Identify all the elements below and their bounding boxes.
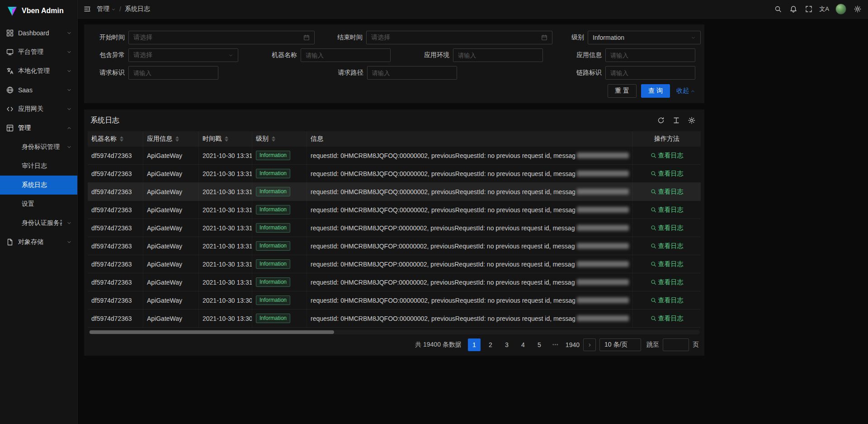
refresh-icon[interactable] — [657, 117, 665, 124]
fullscreen-icon[interactable] — [801, 0, 816, 18]
page-button-3[interactable]: 3 — [500, 338, 513, 351]
file-icon — [6, 238, 14, 246]
sidebar-item-identity-server[interactable]: 身份认证服务器 — [0, 214, 77, 233]
view-log-link[interactable]: 查看日志 — [651, 314, 684, 323]
row-height-icon[interactable] — [673, 117, 680, 124]
translate-doc-icon — [6, 67, 14, 75]
magnifier-icon — [651, 189, 656, 195]
sidebar-item-label: 设置 — [22, 200, 72, 208]
end-time-field: 结束时间 请选择 — [331, 31, 552, 44]
menu-fold-icon[interactable] — [78, 0, 97, 18]
breadcrumb-item-system-logs: 系统日志 — [125, 5, 150, 13]
app-info-input[interactable] — [605, 48, 695, 62]
column-header-level[interactable]: 级别 — [252, 131, 307, 147]
notification-bell-icon[interactable] — [786, 0, 801, 18]
page-ellipsis[interactable]: ••• — [549, 338, 562, 351]
column-header-app-info[interactable]: 应用信息 — [143, 131, 199, 147]
view-log-link[interactable]: 查看日志 — [651, 278, 684, 286]
view-log-link[interactable]: 查看日志 — [651, 242, 684, 250]
search-icon[interactable] — [770, 0, 786, 18]
include-exception-select[interactable]: 请选择 — [128, 48, 238, 62]
request-path-input[interactable] — [367, 66, 457, 80]
table-row[interactable]: df5974d72363 ApiGateWay 2021-10-30 13:31… — [88, 201, 701, 219]
column-settings-icon[interactable] — [688, 117, 695, 124]
table-row[interactable]: df5974d72363 ApiGateWay 2021-10-30 13:31… — [88, 147, 701, 165]
page-button-last[interactable]: 1940 — [566, 338, 580, 351]
table-row[interactable]: df5974d72363 ApiGateWay 2021-10-30 13:31… — [88, 237, 701, 255]
table-row[interactable]: df5974d72363 ApiGateWay 2021-10-30 13:30… — [88, 291, 701, 310]
sidebar-item-label: 系统日志 — [22, 181, 72, 189]
sidebar-item-object-storage[interactable]: 对象存储 — [0, 233, 77, 252]
view-log-link[interactable]: 查看日志 — [651, 296, 684, 305]
start-time-picker[interactable]: 请选择 — [128, 31, 315, 44]
view-log-link[interactable]: 查看日志 — [651, 170, 684, 178]
app-env-input[interactable] — [453, 48, 543, 62]
column-header-timestamp[interactable]: 时间戳 — [199, 131, 252, 147]
redacted-text — [577, 189, 629, 195]
chevron-down-icon — [66, 30, 72, 36]
machine-name-cell: df5974d72363 — [91, 188, 132, 195]
translate-icon[interactable]: 文A — [816, 0, 832, 18]
sort-icon — [175, 136, 179, 142]
table-row[interactable]: df5974d72363 ApiGateWay 2021-10-30 13:31… — [88, 273, 701, 291]
sidebar-item-platform[interactable]: 平台管理 — [0, 43, 77, 62]
level-select[interactable]: Information — [588, 31, 701, 44]
chevron-down-icon — [66, 220, 72, 226]
sidebar-item-identity-mgmt[interactable]: 身份标识管理 — [0, 138, 77, 157]
view-log-link[interactable]: 查看日志 — [651, 224, 684, 232]
sidebar-item-dashboard[interactable]: Dashboard — [0, 24, 77, 43]
request-id-input[interactable] — [128, 66, 218, 80]
page-button-4[interactable]: 4 — [517, 338, 529, 351]
page-button-5[interactable]: 5 — [533, 338, 546, 351]
view-log-link[interactable]: 查看日志 — [651, 188, 684, 196]
view-log-link[interactable]: 查看日志 — [651, 206, 684, 214]
redacted-text — [577, 152, 629, 158]
sidebar-item-gateway[interactable]: 应用网关 — [0, 100, 77, 119]
query-button[interactable]: 查 询 — [641, 84, 670, 98]
level-badge: Information — [256, 241, 290, 251]
next-page-button[interactable] — [583, 338, 596, 351]
dashboard-icon — [6, 29, 14, 37]
sidebar-item-settings[interactable]: 设置 — [0, 195, 77, 214]
table-row[interactable]: df5974d72363 ApiGateWay 2021-10-30 13:31… — [88, 165, 701, 183]
reset-button[interactable]: 重 置 — [608, 84, 637, 98]
table-row[interactable]: df5974d72363 ApiGateWay 2021-10-30 13:31… — [88, 255, 701, 273]
avatar[interactable] — [835, 4, 846, 14]
level-badge: Information — [256, 169, 290, 178]
machine-name-cell: df5974d72363 — [91, 206, 132, 214]
sidebar-item-system-logs[interactable]: 系统日志 — [0, 176, 77, 195]
trace-id-input[interactable] — [605, 66, 695, 80]
breadcrumb-label: 管理 — [97, 5, 109, 13]
sidebar-item-label: 身份认证服务器 — [22, 219, 62, 227]
sidebar-item-manage[interactable]: 管理 — [0, 119, 77, 138]
trace-id-field: 链路标识 — [570, 66, 695, 80]
sidebar-item-label: 对象存储 — [18, 238, 62, 246]
settings-gear-icon[interactable] — [850, 0, 865, 18]
machine-name-cell: df5974d72363 — [91, 279, 132, 286]
view-log-link[interactable]: 查看日志 — [651, 260, 684, 268]
message-cell: requestId: 0HMCRBM8JQFOO:00000002, previ… — [311, 315, 575, 322]
app-info-cell: ApiGateWay — [147, 206, 182, 214]
app-logo[interactable]: Vben Admin — [0, 0, 77, 22]
breadcrumb-item-manage[interactable]: 管理 — [97, 5, 116, 13]
scrollbar-thumb[interactable] — [90, 330, 334, 334]
magnifier-icon — [651, 171, 656, 176]
table-row[interactable]: df5974d72363 ApiGateWay 2021-10-30 13:31… — [88, 219, 701, 237]
collapse-link[interactable]: 收起 — [676, 87, 695, 95]
view-log-label: 查看日志 — [658, 242, 684, 250]
page-size-select[interactable]: 10 条/页 — [599, 338, 641, 351]
horizontal-scrollbar[interactable] — [89, 330, 700, 334]
page-button-2[interactable]: 2 — [484, 338, 497, 351]
column-header-machine[interactable]: 机器名称 — [88, 131, 143, 147]
sidebar-item-saas[interactable]: Saas — [0, 81, 77, 100]
sidebar-item-audit-logs[interactable]: 审计日志 — [0, 157, 77, 176]
table-row[interactable]: df5974d72363 ApiGateWay 2021-10-30 13:30… — [88, 310, 701, 328]
page-button-1[interactable]: 1 — [468, 338, 481, 351]
sidebar-item-localization[interactable]: 本地化管理 — [0, 62, 77, 81]
jump-to-input[interactable] — [663, 338, 689, 351]
grid-layout-icon — [6, 124, 14, 132]
machine-name-input[interactable] — [301, 48, 391, 62]
view-log-link[interactable]: 查看日志 — [651, 152, 684, 160]
table-row[interactable]: df5974d72363 ApiGateWay 2021-10-30 13:31… — [88, 183, 701, 201]
end-time-picker[interactable]: 请选择 — [366, 31, 552, 44]
